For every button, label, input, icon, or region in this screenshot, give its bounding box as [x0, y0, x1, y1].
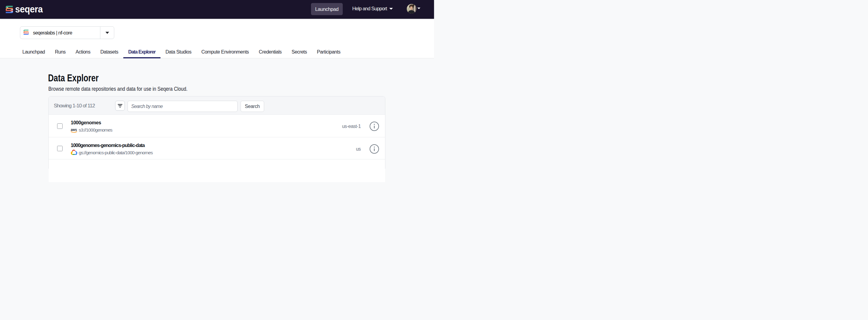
svg-text:aws: aws: [71, 128, 77, 132]
